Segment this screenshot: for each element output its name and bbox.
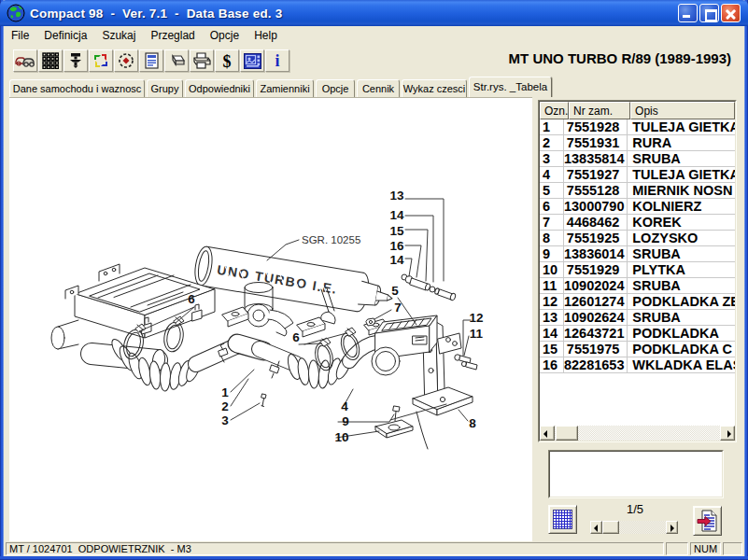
menu-szukaj[interactable]: Szukaj xyxy=(94,27,143,45)
bolt-toolbar-button[interactable] xyxy=(64,49,88,72)
parts-table-row[interactable]: 17551928TULEJA GIETKA xyxy=(540,119,735,135)
menu-przeglad[interactable]: Przeglad xyxy=(143,27,202,45)
menu-help[interactable]: Help xyxy=(247,27,285,45)
parts-table-row[interactable]: 913836014SRUBA xyxy=(540,246,735,262)
part-label-1: 1 xyxy=(221,385,229,399)
part-description: MIERNIK NOSN xyxy=(628,183,735,198)
preview-icon xyxy=(244,53,261,69)
part-label-13: 13 xyxy=(389,189,404,203)
part-number: 82281653 xyxy=(564,357,628,372)
grid-view-button[interactable] xyxy=(548,505,577,534)
part-description: PODKLADKA xyxy=(628,326,735,341)
part-number: 7551928 xyxy=(564,119,628,134)
parts-table-header: Ozn. Nr zam. Opis xyxy=(540,102,735,119)
menu-definicja[interactable]: Definicja xyxy=(36,27,94,45)
application-window: Compact 98 - Ver. 7.1 - Data Base ed. 3 … xyxy=(0,0,748,560)
parts-table-row[interactable]: 1110902024SRUBA xyxy=(540,278,735,294)
tab-strip: Dane samochodu i waznoscGrupyOdpowiednik… xyxy=(9,77,554,97)
column-header-nr-zam[interactable]: Nr zam. xyxy=(569,102,630,119)
dollar-icon: $ xyxy=(221,52,233,70)
preview-toolbar-button[interactable] xyxy=(240,49,264,72)
grid-icon xyxy=(42,52,59,69)
scroll-right-button[interactable] xyxy=(720,426,735,441)
dollar-toolbar-button[interactable]: $ xyxy=(215,49,239,72)
printer-toolbar-button[interactable] xyxy=(190,49,214,72)
cycle-toolbar-button[interactable] xyxy=(89,49,113,72)
page-scrollbar-thumb[interactable] xyxy=(602,521,619,534)
parts-table-row[interactable]: 1412643721PODKLADKA xyxy=(540,326,735,342)
parts-table-body: 17551928TULEJA GIETKA27551931RURA3138358… xyxy=(540,119,735,373)
part-description: PODKLADKA ZE xyxy=(628,294,735,309)
tab-str-rys-tabela[interactable]: Str.rys. _Tabela xyxy=(469,77,552,97)
menu-file[interactable]: File xyxy=(4,27,36,45)
diagram-panel[interactable]: UNO TURBO I.E. xyxy=(9,97,532,541)
next-page-button[interactable] xyxy=(666,521,678,534)
part-description: KOREK xyxy=(628,215,735,230)
column-header-ozn[interactable]: Ozn. xyxy=(540,102,569,119)
eraser-toolbar-button[interactable] xyxy=(164,49,189,72)
tab-dane-samochodu-i-waznosc[interactable]: Dane samochodu i waznosc xyxy=(9,79,145,97)
app-globe-icon xyxy=(7,4,25,22)
part-label-4: 4 xyxy=(341,399,348,413)
tab-wykaz-czesci[interactable]: Wykaz czesci xyxy=(402,79,467,97)
previous-page-button[interactable] xyxy=(590,521,602,534)
part-number: 7551927 xyxy=(564,167,628,182)
note-box[interactable] xyxy=(548,450,724,498)
parts-table-row[interactable]: 74468462KOREK xyxy=(540,215,735,231)
part-number: 7551931 xyxy=(564,135,628,150)
cars-toolbar-button[interactable] xyxy=(13,49,37,72)
title-bar[interactable]: Compact 98 - Ver. 7.1 - Data Base ed. 3 xyxy=(0,0,748,26)
svg-text:i: i xyxy=(275,52,279,69)
part-ozn: 6 xyxy=(540,199,564,214)
part-ozn: 12 xyxy=(540,294,564,309)
parts-table-row[interactable]: 1212601274PODKLADKA ZE xyxy=(540,294,735,310)
part-label-8: 8 xyxy=(469,416,476,430)
maximize-button[interactable] xyxy=(699,4,719,22)
tab-opcje[interactable]: Opcje xyxy=(316,79,355,97)
parts-table-row[interactable]: 613000790KOLNIERZ xyxy=(540,199,735,215)
right-arrow-icon xyxy=(727,430,731,438)
part-ozn: 16 xyxy=(540,357,564,372)
scroll-left-button[interactable] xyxy=(540,426,555,441)
column-header-opis[interactable]: Opis xyxy=(630,102,735,119)
tab-grupy[interactable]: Grupy xyxy=(147,79,183,97)
menu-opcje[interactable]: Opcje xyxy=(203,27,247,45)
menu-bar: File Definicja Szukaj Przeglad Opcje Hel… xyxy=(4,26,744,46)
part-label-2: 2 xyxy=(221,399,229,413)
info-icon: i xyxy=(273,52,282,69)
info-toolbar-button[interactable]: i xyxy=(265,49,289,72)
tab-odpowiedniki[interactable]: Odpowiedniki xyxy=(185,79,254,97)
minimize-button[interactable] xyxy=(678,4,698,22)
part-label-5: 5 xyxy=(391,284,399,298)
tab-cennik[interactable]: Cennik xyxy=(357,79,400,97)
part-ozn: 15 xyxy=(540,342,564,357)
close-button[interactable] xyxy=(721,4,741,22)
export-document-button[interactable] xyxy=(693,506,722,536)
parts-table-horizontal-scrollbar[interactable] xyxy=(540,426,735,441)
document-toolbar-button[interactable] xyxy=(139,49,163,72)
exploded-parts-diagram: UNO TURBO I.E. xyxy=(9,98,532,541)
grid-toolbar-button[interactable] xyxy=(38,49,63,72)
part-description: TULEJA GIETKA xyxy=(628,119,735,134)
target-toolbar-button[interactable] xyxy=(114,49,138,72)
scrollbar-thumb[interactable] xyxy=(556,426,578,441)
part-description: PLYTKA xyxy=(628,262,735,277)
toolbar: $ i MT UNO TURBO R/89 (1989-1993) xyxy=(4,47,744,76)
parts-table-row[interactable]: 87551925LOZYSKO xyxy=(540,231,735,246)
tab-zamienniki[interactable]: Zamienniki xyxy=(256,79,314,97)
parts-table-row[interactable]: 157551975PODKLADKA C xyxy=(540,342,735,357)
document-export-icon xyxy=(697,510,719,532)
parts-table-row[interactable]: 1682281653WKLADKA ELAS xyxy=(540,357,735,373)
parts-table-row[interactable]: 1310902624SRUBA xyxy=(540,310,735,326)
part-label-16: 16 xyxy=(389,239,404,253)
part-number: 12643721 xyxy=(564,326,628,341)
part-description: PODKLADKA C xyxy=(628,342,735,357)
printer-icon xyxy=(192,52,211,69)
parts-table-row[interactable]: 27551931RURA xyxy=(540,135,735,151)
parts-table-row[interactable]: 313835814SRUBA xyxy=(540,151,735,167)
parts-table-row[interactable]: 57555128MIERNIK NOSN xyxy=(540,183,735,199)
parts-table-row[interactable]: 107551929PLYTKA xyxy=(540,262,735,278)
part-number: 4468462 xyxy=(564,215,628,230)
parts-table-row[interactable]: 47551927TULEJA GIETKA xyxy=(540,167,735,183)
page-scrollbar[interactable] xyxy=(590,521,678,534)
